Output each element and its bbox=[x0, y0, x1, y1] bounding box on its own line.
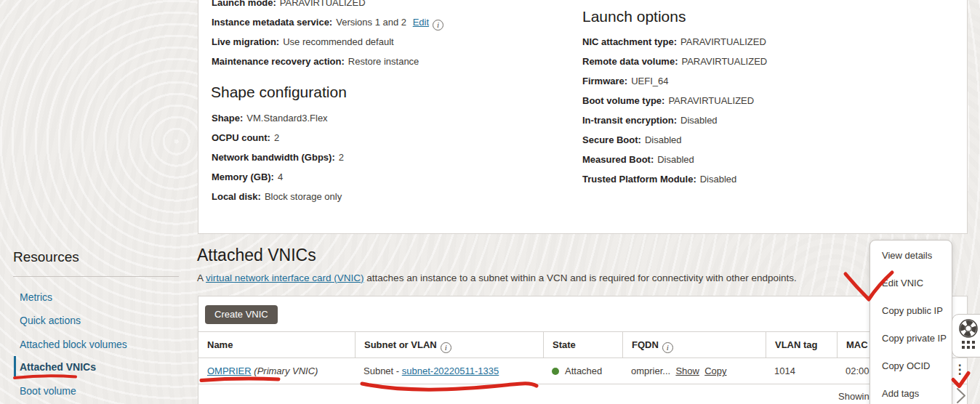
in-transit-encryption-row: In-transit encryption:Disabled bbox=[582, 115, 718, 126]
subnet-link[interactable]: subnet-20220511-1335 bbox=[402, 365, 499, 376]
trusted-platform-module-row: Trusted Platform Module:Disabled bbox=[582, 174, 736, 185]
state-value: Attached bbox=[565, 365, 602, 376]
launch-options-title: Launch options bbox=[582, 8, 686, 25]
shape-configuration-title: Shape configuration bbox=[211, 84, 347, 101]
column-header-fqdn[interactable]: FQDN bbox=[622, 332, 766, 357]
cell-vlan-tag: 1014 bbox=[766, 358, 837, 384]
vnic-name-link[interactable]: OMPRIER bbox=[207, 365, 252, 376]
live-migration-row: Live migration:Use recommended default bbox=[212, 36, 394, 48]
cell-fqdn: omprier... Show Copy bbox=[622, 358, 766, 384]
remote-data-volume-value: PARAVIRTUALIZED bbox=[681, 56, 767, 67]
sidebar-item-metrics[interactable]: Metrics bbox=[20, 291, 52, 303]
menu-item-copy-public-ip[interactable]: Copy public IP bbox=[870, 296, 952, 324]
menu-item-add-tags[interactable]: Add tags bbox=[870, 379, 952, 404]
network-bandwidth-label: Network bandwidth (Gbps): bbox=[212, 152, 335, 163]
nic-attachment-value: PARAVIRTUALIZED bbox=[680, 36, 766, 47]
attached-vnics-title: Attached VNICs bbox=[197, 246, 316, 265]
sidebar-item-boot-volume[interactable]: Boot volume bbox=[20, 385, 76, 397]
trusted-platform-module-label: Trusted Platform Module: bbox=[582, 174, 696, 185]
column-header-subnet-or-vlan[interactable]: Subnet or VLAN bbox=[355, 332, 543, 357]
attached-status-dot bbox=[552, 368, 559, 375]
ocpu-count-value: 2 bbox=[274, 132, 279, 143]
maintenance-recovery-value: Restore instance bbox=[348, 56, 419, 67]
launch-mode-value: PARAVIRTUALIZED bbox=[280, 0, 366, 8]
menu-item-edit-vnic[interactable]: Edit VNIC bbox=[870, 269, 952, 296]
shape-row: Shape:VM.Standard3.Flex bbox=[212, 113, 328, 124]
remote-data-volume-label: Remote data volume: bbox=[582, 56, 678, 67]
info-icon[interactable] bbox=[662, 342, 673, 353]
firmware-row: Firmware:UEFI_64 bbox=[582, 76, 668, 87]
ocpu-count-row: OCPU count:2 bbox=[212, 132, 279, 144]
sidebar-divider bbox=[13, 276, 179, 277]
launch-mode-label: Launch mode: bbox=[212, 0, 276, 8]
expand-chevron-icon[interactable] bbox=[953, 387, 969, 404]
cell-state: Attached bbox=[543, 358, 622, 384]
in-transit-encryption-value: Disabled bbox=[680, 115, 718, 126]
vlan-tag-value: 1014 bbox=[774, 365, 795, 376]
table-header-row: Name Subnet or VLAN State FQDN VLAN tag … bbox=[198, 331, 967, 358]
secure-boot-label: Secure Boot: bbox=[582, 134, 641, 145]
boot-volume-type-label: Boot volume type: bbox=[582, 95, 664, 106]
firmware-label: Firmware: bbox=[582, 76, 627, 86]
column-header-name[interactable]: Name bbox=[198, 332, 355, 357]
maintenance-recovery-row: Maintenance recovery action:Restore inst… bbox=[212, 56, 419, 68]
memory-label: Memory (GB): bbox=[212, 171, 274, 182]
metadata-edit-link[interactable]: Edit bbox=[413, 17, 429, 28]
remote-data-volume-row: Remote data volume:PARAVIRTUALIZED bbox=[582, 56, 767, 68]
memory-row: Memory (GB):4 bbox=[212, 171, 283, 183]
network-bandwidth-value: 2 bbox=[339, 152, 344, 163]
info-icon[interactable] bbox=[433, 20, 443, 31]
vnics-table-card: Create VNIC Name Subnet or VLAN State FQ… bbox=[198, 296, 968, 404]
primary-vnic-suffix: (Primary VNIC) bbox=[254, 365, 318, 376]
fqdn-header-label: FQDN bbox=[632, 339, 659, 350]
in-transit-encryption-label: In-transit encryption: bbox=[582, 115, 677, 126]
floating-help-widget bbox=[952, 314, 980, 357]
menu-item-view-details[interactable]: View details bbox=[870, 241, 952, 269]
shape-value: VM.Standard3.Flex bbox=[246, 113, 327, 124]
vlan-tag-header-label: VLAN tag bbox=[775, 339, 818, 350]
metadata-service-row: Instance metadata service:Versions 1 and… bbox=[212, 17, 443, 31]
column-header-state[interactable]: State bbox=[543, 332, 622, 357]
live-migration-label: Live migration: bbox=[212, 36, 279, 47]
subnet-header-label: Subnet or VLAN bbox=[364, 339, 437, 350]
active-item-indicator bbox=[14, 356, 16, 376]
sidebar-item-attached-block-volumes[interactable]: Attached block volumes bbox=[20, 339, 127, 350]
row-actions-kebab-icon[interactable]: ⋮ bbox=[953, 362, 966, 379]
nic-attachment-label: NIC attachment type: bbox=[582, 36, 677, 47]
metadata-service-value: Versions 1 and 2 bbox=[336, 17, 406, 28]
boot-volume-type-row: Boot volume type:PARAVIRTUALIZED bbox=[582, 95, 754, 107]
fqdn-show-link[interactable]: Show bbox=[675, 365, 699, 376]
measured-boot-label: Measured Boot: bbox=[582, 154, 654, 165]
measured-boot-row: Measured Boot:Disabled bbox=[582, 154, 694, 166]
secure-boot-row: Secure Boot:Disabled bbox=[582, 134, 682, 146]
local-disk-value: Block storage only bbox=[265, 191, 342, 202]
mac-value: 02:00: bbox=[846, 365, 872, 376]
menu-item-copy-private-ip[interactable]: Copy private IP bbox=[870, 324, 952, 352]
local-disk-row: Local disk:Block storage only bbox=[212, 191, 342, 203]
table-row: OMPRIER (Primary VNIC) Subnet - subnet-2… bbox=[198, 358, 967, 384]
apps-grid-icon[interactable] bbox=[962, 341, 975, 349]
nic-attachment-row: NIC attachment type:PARAVIRTUALIZED bbox=[582, 36, 766, 48]
sidebar-item-quick-actions[interactable]: Quick actions bbox=[20, 315, 81, 326]
attached-vnics-description: A virtual network interface card (VNIC) … bbox=[197, 272, 797, 283]
life-preserver-help-icon[interactable] bbox=[958, 318, 979, 339]
info-icon[interactable] bbox=[441, 342, 451, 353]
column-header-vlan-tag[interactable]: VLAN tag bbox=[766, 332, 837, 357]
secure-boot-value: Disabled bbox=[645, 134, 682, 145]
boot-volume-type-value: PARAVIRTUALIZED bbox=[668, 95, 754, 106]
cell-name: OMPRIER (Primary VNIC) bbox=[198, 358, 355, 384]
fqdn-copy-link[interactable]: Copy bbox=[704, 365, 726, 376]
create-vnic-button[interactable]: Create VNIC bbox=[205, 305, 278, 324]
underline-sidebar-attached-vnics bbox=[15, 376, 76, 378]
vnic-doc-link[interactable]: virtual network interface card (VNIC) bbox=[206, 272, 364, 283]
cell-subnet: Subnet - subnet-20220511-1335 bbox=[355, 358, 543, 384]
menu-item-copy-ocid[interactable]: Copy OCID bbox=[870, 352, 952, 379]
live-migration-value: Use recommended default bbox=[283, 36, 393, 47]
subnet-prefix: Subnet - bbox=[364, 365, 402, 376]
ocpu-count-label: OCPU count: bbox=[212, 132, 270, 143]
state-header-label: State bbox=[553, 339, 576, 350]
measured-boot-value: Disabled bbox=[657, 154, 694, 165]
trusted-platform-module-value: Disabled bbox=[700, 174, 737, 185]
name-header-label: Name bbox=[207, 339, 233, 350]
sidebar-item-attached-vnics[interactable]: Attached VNICs bbox=[20, 361, 96, 373]
